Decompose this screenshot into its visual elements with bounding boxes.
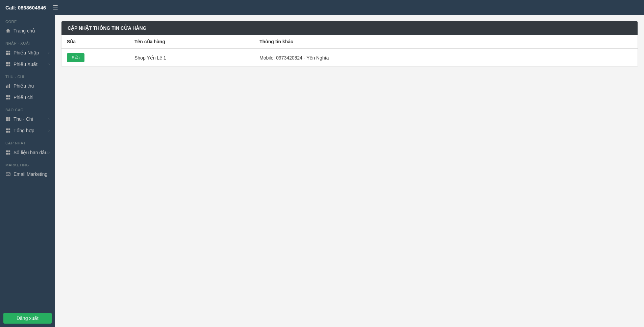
sidebar-label-phieu-thu: Phiếu thu [14, 83, 34, 89]
svg-rect-5 [8, 62, 10, 64]
table-row: Sửa Shop Yến Lê 1 Mobile: 0973420824 - Y… [61, 49, 638, 67]
svg-rect-21 [6, 131, 8, 133]
grid-icon-phieu-xuat [5, 62, 11, 67]
sidebar-item-so-lieu-ban-dau[interactable]: Số liệu ban đầu › [0, 147, 55, 158]
page-card: CẬP NHẬT THÔNG TIN CỬA HÀNG Sửa Tên cửa … [61, 21, 638, 67]
sidebar-item-thu-chi-report[interactable]: Thu - Chi › [0, 113, 55, 125]
sua-button[interactable]: Sửa [67, 53, 84, 62]
svg-rect-2 [6, 53, 8, 55]
chevron-right-icon-5: › [48, 150, 50, 155]
main-content: CẬP NHẬT THÔNG TIN CỬA HÀNG Sửa Tên cửa … [55, 15, 644, 327]
svg-rect-22 [8, 131, 10, 133]
svg-rect-13 [6, 98, 8, 99]
layout: CORE Trang chủ NHẬP - XUẤT Phiếu Nhập › [0, 15, 644, 327]
svg-rect-17 [6, 119, 8, 121]
table-cell-thong-tin-khac: Mobile: 0973420824 - Yên Nghĩa [254, 49, 638, 67]
svg-rect-1 [8, 51, 10, 52]
sidebar-label-phieu-nhap: Phiếu Nhập [14, 50, 39, 55]
sidebar-section-core: CORE [0, 15, 55, 25]
svg-rect-8 [6, 86, 7, 88]
grid-icon-phieu-nhap [5, 50, 11, 55]
svg-rect-23 [6, 150, 8, 152]
grid-icon-so-lieu [5, 150, 11, 155]
svg-rect-24 [8, 150, 10, 152]
sidebar-item-phieu-xuat[interactable]: Phiếu Xuất › [0, 59, 55, 70]
sidebar-label-phieu-chi: Phiếu chi [14, 95, 33, 100]
home-icon [5, 28, 11, 33]
svg-rect-6 [6, 65, 8, 66]
svg-rect-4 [6, 62, 8, 64]
grid-icon-phieu-chi [5, 95, 11, 100]
sidebar-section-marketing: MARKETING [0, 158, 55, 168]
svg-rect-11 [6, 95, 8, 97]
col-header-thong-tin: Thông tin khác [254, 35, 638, 49]
grid-icon-thu-chi [5, 116, 11, 122]
email-icon [5, 171, 11, 177]
grid-icon-tong-hop [5, 128, 11, 133]
chevron-right-icon-4: › [48, 128, 50, 133]
sidebar-item-phieu-thu[interactable]: Phiếu thu [0, 80, 55, 92]
table-cell-ten-cua-hang: Shop Yến Lê 1 [129, 49, 254, 67]
sidebar-label-so-lieu: Số liệu ban đầu [14, 150, 48, 155]
sidebar-label-tong-hop: Tổng hợp [14, 128, 34, 133]
sidebar-section-bao-cao: BÁO CÁO [0, 103, 55, 113]
svg-rect-0 [6, 51, 8, 52]
topbar: Call: 0868604846 ☰ [0, 0, 644, 15]
sidebar-item-email-marketing[interactable]: Email Marketing [0, 168, 55, 180]
sidebar-label-email-marketing: Email Marketing [14, 171, 47, 177]
svg-rect-26 [8, 153, 10, 155]
sidebar-label-phieu-xuat: Phiếu Xuất [14, 62, 38, 67]
sidebar-label-trang-chu: Trang chủ [14, 28, 35, 33]
svg-rect-12 [8, 95, 10, 97]
sidebar-item-tong-hop[interactable]: Tổng hợp › [0, 125, 55, 136]
chevron-right-icon-3: › [48, 117, 50, 121]
svg-rect-20 [8, 129, 10, 130]
chart-icon-phieu-thu [5, 83, 11, 89]
sidebar-section-cap-nhat: CẬP NHẬT [0, 136, 55, 147]
svg-rect-9 [7, 85, 8, 88]
page-card-header: CẬP NHẬT THÔNG TIN CỬA HÀNG [61, 21, 638, 35]
logout-button[interactable]: Đăng xuất [3, 313, 52, 324]
svg-rect-15 [6, 117, 8, 119]
svg-rect-7 [8, 65, 10, 66]
col-header-sua: Sửa [61, 35, 129, 49]
topbar-phone: Call: 0868604846 [5, 5, 46, 10]
sidebar: CORE Trang chủ NHẬP - XUẤT Phiếu Nhập › [0, 15, 55, 327]
menu-icon[interactable]: ☰ [53, 4, 58, 11]
table-cell-sua: Sửa [61, 49, 129, 67]
sidebar-label-thu-chi: Thu - Chi [14, 116, 33, 122]
table-header-row: Sửa Tên cửa hàng Thông tin khác [61, 35, 638, 49]
svg-rect-19 [6, 129, 8, 130]
sidebar-section-nhap-xuat: NHẬP - XUẤT [0, 37, 55, 47]
chevron-right-icon: › [48, 50, 50, 55]
svg-rect-18 [8, 119, 10, 121]
sidebar-bottom: Đăng xuất [0, 309, 55, 327]
svg-rect-10 [9, 84, 10, 88]
chevron-right-icon-2: › [48, 62, 50, 67]
store-table: Sửa Tên cửa hàng Thông tin khác Sửa Shop… [61, 35, 638, 67]
sidebar-section-thu-chi: THU - CHI [0, 70, 55, 80]
svg-rect-16 [8, 117, 10, 119]
sidebar-item-phieu-nhap[interactable]: Phiếu Nhập › [0, 47, 55, 59]
svg-rect-14 [8, 98, 10, 99]
sidebar-item-trang-chu[interactable]: Trang chủ [0, 25, 55, 37]
svg-rect-3 [8, 53, 10, 55]
col-header-ten: Tên cửa hàng [129, 35, 254, 49]
sidebar-item-phieu-chi[interactable]: Phiếu chi [0, 92, 55, 103]
svg-rect-25 [6, 153, 8, 155]
